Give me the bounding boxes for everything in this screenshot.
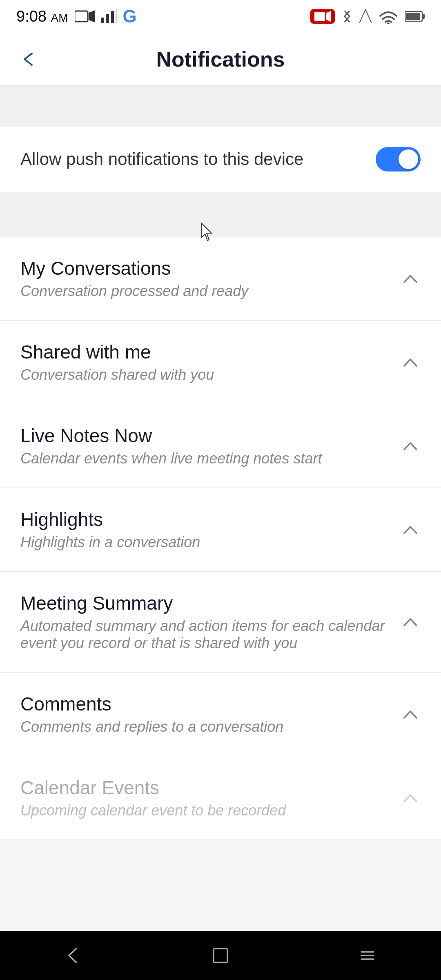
status-bar-right [310,7,425,25]
svg-marker-1 [89,10,95,22]
toggle-thumb [399,149,418,169]
video-camera-icon [75,9,95,23]
status-bar: 9:08 AM G [0,0,441,33]
ampm-display: AM [51,11,68,24]
svg-point-9 [387,22,390,24]
notification-item-shared-with-me[interactable]: Shared with me Conversation shared with … [0,321,441,404]
svg-rect-0 [75,11,88,22]
bluetooth-icon [341,7,353,25]
nav-back-button[interactable] [61,943,86,968]
svg-rect-3 [106,14,109,23]
status-time: 9:08 AM [16,8,68,25]
notification-item-meeting-summary[interactable]: Meeting Summary Automated summary and ac… [0,572,441,673]
svg-rect-5 [116,9,117,23]
section-gap-large [0,192,441,237]
nav-back-icon [63,945,84,966]
live-notes-now-title: Live Notes Now [20,425,392,447]
nav-menu-button[interactable] [355,943,380,968]
nav-home-button[interactable] [208,943,233,968]
shared-with-me-content: Shared with me Conversation shared with … [20,341,392,383]
comments-title: Comments [20,693,392,715]
svg-rect-4 [111,11,114,23]
page-title: Notifications [20,47,421,71]
nav-home-icon [210,945,231,966]
my-conversations-content: My Conversations Conversation processed … [20,257,392,300]
live-notes-now-chevron-icon [400,436,421,456]
meeting-summary-content: Meeting Summary Automated summary and ac… [20,592,392,652]
header: Notifications [0,33,441,86]
push-notification-toggle[interactable] [376,147,421,172]
svg-rect-12 [406,13,420,20]
meeting-summary-chevron-icon [400,612,421,632]
notification-item-my-conversations[interactable]: My Conversations Conversation processed … [0,237,441,321]
push-notification-section: Allow push notifications to this device [0,127,441,192]
shared-with-me-title: Shared with me [20,341,392,363]
notification-item-highlights[interactable]: Highlights Highlights in a conversation [0,488,441,572]
highlights-chevron-icon [400,519,421,540]
meeting-summary-title: Meeting Summary [20,592,392,614]
recording-camera-icon [314,11,331,22]
my-conversations-subtitle: Conversation processed and ready [20,283,392,300]
toggle-track [376,147,421,172]
back-arrow-icon [20,51,37,67]
calendar-events-chevron-icon [400,788,421,808]
svg-marker-7 [326,11,331,22]
back-button[interactable] [20,51,37,67]
highlights-title: Highlights [20,508,392,530]
calendar-events-title: Calendar Events [20,777,392,799]
recording-badge [310,9,335,24]
calendar-events-subtitle: Upcoming calendar event to be recorded [20,802,392,819]
comments-chevron-icon [400,704,421,724]
status-bar-left: 9:08 AM G [16,6,137,27]
network-icon [359,9,372,23]
highlights-content: Highlights Highlights in a conversation [20,508,392,551]
svg-rect-11 [422,14,425,19]
shared-with-me-chevron-icon [400,352,421,372]
bottom-nav [0,931,441,980]
signal-icon [101,9,117,23]
live-notes-now-content: Live Notes Now Calendar events when live… [20,425,392,467]
notification-item-calendar-events[interactable]: Calendar Events Upcoming calendar event … [0,756,441,840]
google-icon: G [123,6,137,27]
push-notification-label: Allow push notifications to this device [20,149,376,169]
svg-marker-8 [359,9,372,23]
my-conversations-chevron-icon [400,268,421,289]
notification-item-live-notes-now[interactable]: Live Notes Now Calendar events when live… [0,404,441,488]
my-conversations-title: My Conversations [20,257,392,279]
notification-item-comments[interactable]: Comments Comments and replies to a conve… [0,673,441,756]
highlights-subtitle: Highlights in a conversation [20,534,392,551]
live-notes-now-subtitle: Calendar events when live meeting notes … [20,450,392,467]
meeting-summary-subtitle: Automated summary and action items for e… [20,617,392,652]
calendar-events-content: Calendar Events Upcoming calendar event … [20,777,392,819]
time-display: 9:08 [16,8,47,25]
shared-with-me-subtitle: Conversation shared with you [20,366,392,383]
status-icons-left: G [75,6,137,27]
nav-menu-icon [357,945,378,966]
comments-content: Comments Comments and replies to a conve… [20,693,392,735]
notification-list: My Conversations Conversation processed … [0,237,441,840]
comments-subtitle: Comments and replies to a conversation [20,718,392,735]
svg-rect-13 [214,949,227,962]
section-gap-top [0,86,441,127]
wifi-icon [378,9,399,24]
svg-rect-2 [101,18,104,23]
battery-icon [405,10,425,22]
svg-rect-6 [314,12,325,21]
